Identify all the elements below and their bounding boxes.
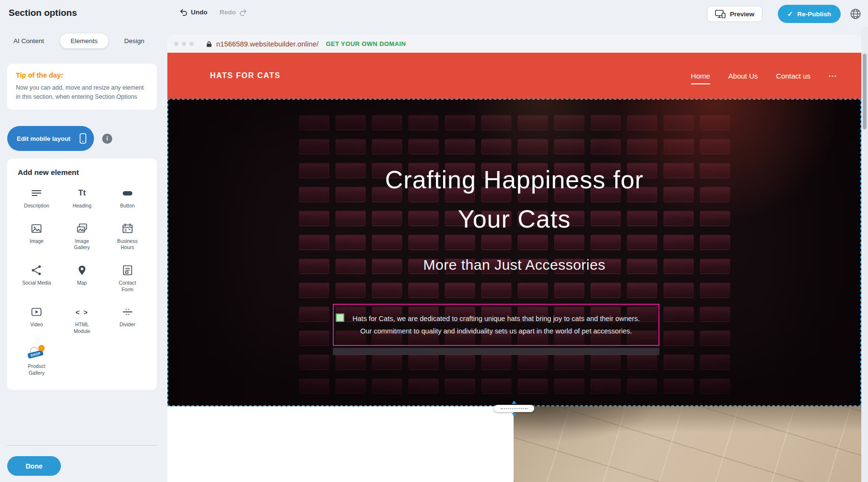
hero-tile [335,355,365,370]
scrollbar-thumb[interactable] [863,54,867,129]
hero-tile [700,379,730,394]
hero-tile [663,115,693,130]
hero-heading-line2: Your Cats [167,199,861,239]
nav-about-us[interactable]: About Us [728,72,758,80]
hero-subheading[interactable]: More than Just Accessories [167,257,861,273]
element-contact-form[interactable]: Contact Form [105,264,150,293]
site-nav: Home About Us Contact us ··· [691,72,837,80]
hero-tile [299,379,329,394]
info-glyph: i [106,135,108,142]
hero-tile [590,115,621,130]
hero-tile [372,139,402,154]
hero-tile [517,379,548,394]
hero-tile [372,115,402,130]
preview-button[interactable]: Preview [707,6,762,22]
element-label: Video [30,321,43,328]
redo-button[interactable]: Redo [220,9,247,16]
element-label: Description [24,203,49,209]
hero-tile [700,139,730,154]
element-image-gallery[interactable]: Image Gallery [59,222,105,251]
element-html-module[interactable]: < > HTML Module [59,305,105,334]
site-header: HATS FOR CATS Home About Us Contact us ·… [167,53,861,99]
hero-section: Crafting Happiness for Your Cats More th… [167,99,861,406]
nav-contact-us[interactable]: Contact us [776,72,810,80]
undo-label: Undo [191,9,208,16]
globe-icon [849,8,862,20]
hero-tile [481,139,511,154]
window-dot [182,42,186,46]
selected-text-element[interactable]: Hats for Cats, we are dedicated to craft… [333,304,659,346]
tab-ai-content[interactable]: AI Content [11,34,47,48]
video-icon [30,305,43,319]
hero-heading-line1: Crafting Happiness for [167,160,861,199]
hero-tile [408,139,438,154]
site-logo[interactable]: HATS FOR CATS [210,71,281,80]
add-element-panel: Add new element Description Tt Heading [7,159,157,390]
tab-design[interactable]: Design [121,34,147,48]
element-grid: Description Tt Heading Button Ima [14,186,150,377]
element-drag-handle[interactable] [336,313,344,322]
hero-tile [663,379,693,394]
element-heading[interactable]: Tt Heading [59,186,105,209]
get-domain-link[interactable]: GET YOUR OWN DOMAIN [326,40,406,47]
site-url[interactable]: n1566589.websitebuilder.online/ [216,40,318,48]
undo-button[interactable]: Undo [179,9,208,16]
element-label: HTML Module [67,321,97,334]
editor-stage: n1566589.websitebuilder.online/ GET YOUR… [167,27,868,482]
hero-tile [372,355,402,370]
hero-body-line2: Our commitment to quality and individual… [352,325,640,337]
sidebar-divider [7,445,157,446]
element-business-hours[interactable]: Business Hours [105,222,150,251]
hero-tile [517,139,548,154]
hero-tile [627,139,657,154]
element-social-media[interactable]: Social Media [14,264,59,293]
heading-icon: Tt [78,186,86,200]
hero-tile [590,379,621,394]
language-globe-button[interactable] [847,5,864,23]
hero-tile [299,307,329,322]
edit-mobile-layout-button[interactable]: Edit mobile layout [7,126,94,151]
republish-label: Re-Publish [797,11,831,18]
tab-elements[interactable]: Elements [60,34,108,48]
hero-body-text: Hats for Cats, we are dedicated to craft… [352,312,640,337]
sidebar-tabs: AI Content Elements Design [11,34,147,48]
scrollbar-track[interactable] [861,27,868,482]
element-label: Divider [119,321,135,328]
business-hours-icon [121,222,134,235]
element-label: Product Gallery [22,363,51,376]
republish-button[interactable]: ✓ Re-Publish [778,5,841,23]
window-dot [189,42,194,46]
element-button[interactable]: Button [105,186,150,209]
hero-heading[interactable]: Crafting Happiness for Your Cats [167,160,861,239]
description-icon [30,186,43,200]
window-dot [174,42,178,46]
edit-mobile-label: Edit mobile layout [17,135,70,142]
image-icon [30,222,43,235]
element-video[interactable]: Video [14,305,59,334]
arrow-down-icon [512,413,516,416]
section-resize-handle[interactable] [494,401,534,416]
hero-tile [408,283,438,298]
hero-tile [517,355,548,370]
nav-more-button[interactable]: ··· [829,72,837,80]
element-label: Heading [72,203,91,209]
done-button[interactable]: Done [7,456,61,476]
hero-tile [299,115,329,130]
nav-home[interactable]: Home [691,72,710,80]
info-icon[interactable]: i [102,134,112,144]
element-map[interactable]: Map [59,264,105,293]
topbar: Section options Undo Redo Preview ✓ Re-P… [0,0,868,27]
browser-chrome: n1566589.websitebuilder.online/ GET YOUR… [167,35,861,53]
element-product-gallery[interactable]: SHOP ↑ Product Gallery [14,347,59,376]
element-image[interactable]: Image [14,222,59,251]
hero-tile [554,283,584,298]
hero-tile [299,331,329,346]
hero-tile [554,139,584,154]
undo-icon [179,9,188,16]
hero-tile [554,355,584,370]
hero-body-line1: Hats for Cats, we are dedicated to craft… [352,312,640,325]
hero-tile [663,283,693,298]
element-description[interactable]: Description [14,186,59,209]
element-divider[interactable]: Divider [105,305,150,334]
element-label: Image Gallery [67,238,97,251]
